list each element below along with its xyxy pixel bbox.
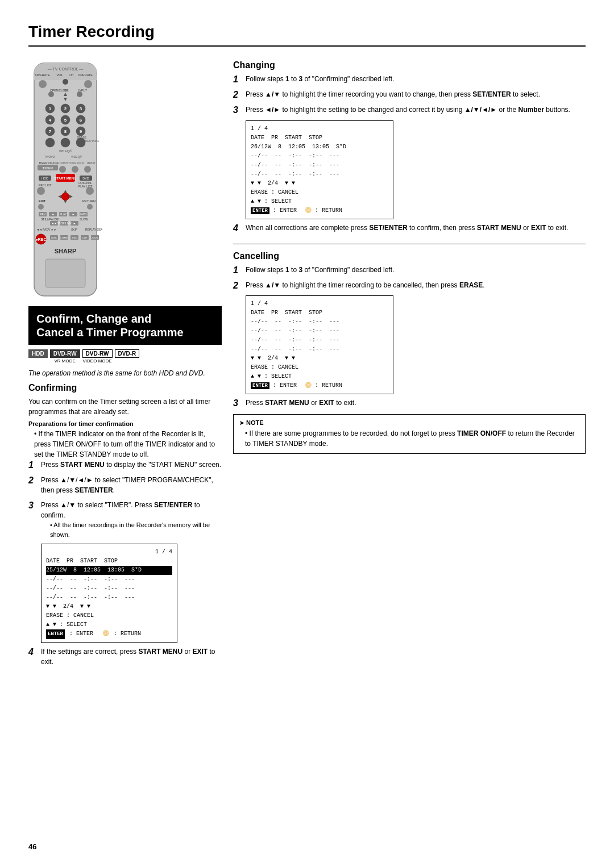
svg-text:SLOW: SLOW [80, 218, 88, 221]
badge-dvdr: DVD-R [115, 349, 140, 358]
prep-heading: Preparations for timer confirmation [28, 420, 222, 427]
step4-num: 4 [28, 646, 38, 657]
screen1-page: 1 / 4 [46, 548, 172, 557]
screen1-enter-row: ENTER : ENTER 📀 : RETURN [46, 629, 172, 639]
header-line1: Confirm, Change and [36, 312, 214, 326]
screen1-sel-row: ▲ ▼ : SELECT [46, 620, 172, 629]
section-header-box: Confirm, Change and Cancel a Timer Progr… [28, 306, 222, 345]
step3-content: Press ▲/▼ to select "TIMER". Press SET/E… [41, 500, 222, 539]
screen1-header: DATE PR START STOP [46, 557, 172, 566]
svg-rect-107 [45, 259, 85, 287]
cs3-bold3: Number [518, 106, 544, 114]
svg-text:►: ► [73, 222, 76, 225]
cancel-s1-b2: 3 [298, 266, 302, 274]
cs3-bold1: ◄/► [265, 106, 280, 114]
svg-text:TIMER ON/OFF: TIMER ON/OFF [39, 161, 59, 165]
page-title: Timer Recording [28, 23, 586, 47]
step3-num: 3 [28, 500, 38, 511]
badge-dvdr-label [126, 358, 127, 364]
step4-content: If the settings are correct, press START… [41, 646, 222, 667]
confirming-step4: 4 If the settings are correct, press STA… [28, 646, 222, 667]
cancel-s2-b2: ERASE [459, 281, 483, 289]
screen3-row4: --/-- -- -:-- -:-- --- [251, 345, 388, 354]
svg-text:VIDEQ®: VIDEQ® [71, 155, 82, 158]
svg-text:DISK: DISK [51, 236, 57, 239]
prep-bullet-item: If the TIMER indicator on the front of t… [34, 429, 222, 460]
cancelling-step2-content: Press ▲/▼ to highlight the timer recordi… [246, 280, 586, 290]
svg-text:REC LIST: REC LIST [39, 183, 52, 187]
screen3-row3: --/-- -- -:-- -:-- --- [251, 336, 388, 345]
note-bold1: TIMER ON/OFF [457, 429, 506, 437]
screen2-nav: ▼ ▼ 2/4 ▼ ▼ [251, 179, 388, 188]
svg-point-50 [59, 166, 66, 173]
svg-text:SHARP: SHARP [55, 248, 77, 254]
confirming-heading: Confirming [28, 383, 222, 393]
screen2-page: 1 / 4 [251, 124, 388, 133]
svg-text:◄◄ FADV ►►: ◄◄ FADV ►► [36, 228, 57, 231]
screen2-dvd-icon: 📀 [305, 207, 312, 214]
screen3-return: : RETURN [315, 382, 342, 389]
svg-point-51 [72, 166, 78, 173]
badge-hdd: HDD [28, 349, 48, 358]
svg-text:STOP/LIVE: STOP/LIVE [57, 222, 72, 225]
svg-text:►: ► [72, 212, 75, 216]
svg-text:DUB/STOP: DUB/STOP [60, 161, 74, 165]
cs1-bold2: 3 [298, 75, 302, 83]
cancel-s1-b1: 1 [285, 266, 289, 274]
screen3-nav: ▼ ▼ 2/4 ▼ ▼ [251, 354, 388, 363]
confirming-step2: 2 Press ▲/▼/◄/► to select "TIMER PROGRAM… [28, 475, 222, 495]
svg-text:HDD: HDD [42, 177, 48, 180]
svg-text:◄: ◄ [52, 212, 55, 216]
svg-point-71 [38, 204, 44, 210]
cancelling-step2: 2 Press ▲/▼ to highlight the timer recor… [233, 280, 586, 291]
enter-button-label: ENTER [46, 629, 65, 639]
step2-bold: SET/ENTER [74, 486, 113, 494]
screen3-enter-label: ENTER [251, 382, 269, 389]
svg-text:ZOOM: ZOOM [92, 236, 98, 239]
cs4-bold3: EXIT [531, 224, 546, 232]
screen3-header: DATE PR START STOP [251, 308, 388, 318]
changing-step2-num: 2 [233, 89, 242, 100]
svg-text:OPERATE: OPERATE [35, 73, 50, 77]
svg-text:START MENU: START MENU [55, 177, 77, 180]
svg-text:SKIP: SKIP [71, 228, 78, 231]
screen2-return: : RETURN [315, 207, 342, 214]
svg-point-39 [61, 138, 70, 147]
changing-step3-content: Press ◄/► to highlight the setting to be… [246, 105, 586, 115]
screen-display-changing: 1 / 4 DATE PR START STOP 26/12W 8 12:05 … [246, 120, 393, 219]
cs3-bold2: ▲/▼/◄/► [464, 106, 497, 114]
svg-point-38 [45, 138, 55, 147]
screen1-return: : RETURN [114, 629, 141, 639]
cs1-bold1: 1 [285, 75, 289, 83]
cancelling-step3-content: Press START MENU or EXIT to exit. [246, 398, 586, 408]
badge-dvdrw1-label: VR MODE [54, 358, 75, 364]
changing-step2: 2 Press ▲/▼ to highlight the timer recor… [233, 89, 586, 100]
screen3-row2: --/-- -- -:-- -:-- --- [251, 327, 388, 336]
changing-step4: 4 When all corrections are complete pres… [233, 223, 586, 233]
changing-step1: 1 Follow steps 1 to 3 of "Confirming" de… [233, 74, 586, 85]
changing-step4-content: When all corrections are complete press … [246, 223, 586, 233]
svg-point-72 [87, 204, 93, 210]
screen2-row1-highlight: 26/12W 8 12:05 13:05 S*D [251, 144, 346, 150]
svg-point-9 [63, 79, 68, 85]
svg-point-52 [84, 166, 91, 173]
cancelling-step1-num: 1 [233, 265, 242, 276]
svg-text:VOL: VOL [56, 73, 63, 77]
screen1-row1-highlight: 25/12W 8 12:05 13:05 S*D [46, 566, 172, 575]
confirming-body: You can confirm on the Timer setting scr… [28, 397, 222, 417]
screen3-enter-text: : ENTER [273, 382, 297, 389]
screen3-erase: ERASE : CANCEL [251, 363, 388, 372]
svg-text:6: 6 [80, 118, 82, 123]
badge-group-dvdrw1: DVD-RW VR MODE [50, 349, 80, 364]
note-box: NOTE If there are some programmes to be … [233, 414, 586, 454]
screen-display-1: 1 / 4 DATE PR START STOP 25/12W 8 12:05 … [41, 544, 177, 642]
step1-num: 1 [28, 460, 38, 470]
svg-text:STILL/PAUSE: STILL/PAUSE [41, 218, 59, 221]
svg-text:CHASE: CHASE [60, 236, 68, 239]
cancelling-step3: 3 Press START MENU or EXIT to exit. [233, 398, 586, 408]
cs2-bold: ▲/▼ [265, 90, 280, 98]
changing-heading: Changing [233, 60, 586, 70]
screen2-enter-row: ENTER : ENTER 📀 : RETURN [251, 206, 388, 215]
step1-bold: START MENU [60, 461, 105, 469]
hdd-dvd-note: The operation method is the same for bot… [28, 369, 222, 377]
